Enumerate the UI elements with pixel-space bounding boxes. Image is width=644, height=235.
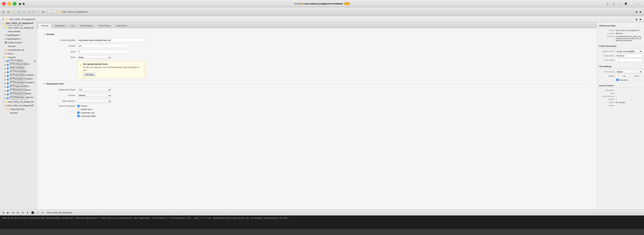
view-toggle-1[interactable]: ☰ [605,2,610,6]
sidebar-item-rctlinking[interactable]: ▶ 🔷 RCTLinking.xcodeproj 1 target, iOS S… [0,63,37,67]
sidebar-item-rctgeo[interactable]: ▶ 🔷 RCTGeolocation.xcodeproj 1 target, i… [0,82,37,85]
sidebar-item-rctimage[interactable]: ▶ 🔷 RCTImage.xcodeproj 1 target, iOS SDK… [0,85,37,89]
toolbar-btn-4[interactable]: 🔍 [16,10,21,14]
devices-select[interactable]: iPhone iPad Universal [77,94,111,97]
toolbar-btn-2[interactable]: ⊕ [6,10,10,14]
tab-build-settings[interactable]: Build Settings [78,23,96,28]
main-interface-select[interactable] [77,99,111,103]
view-toggle-6[interactable]: ▭ [636,2,641,6]
identity-triangle[interactable]: ▼ [44,33,46,35]
view-toggle-2[interactable]: ⊞ [612,2,616,6]
tab-bar: General Capabilities Info Build Settings… [37,22,597,28]
sidebar-item-rctvibration[interactable]: ▶ 🔷 RCTVibration.xcodeproj 1 target, iOS… [0,93,37,96]
nav-forward[interactable]: › [52,10,56,14]
sidebar-item-tests-info-plist[interactable]: 📄 Info.plist [0,111,37,115]
sidebar-item-tests[interactable]: ▼ 📁 react_native_art_playgroundTests [0,100,37,104]
sidebar-label-supporting: Supporting Files [10,108,36,110]
bottom-step-in-btn[interactable]: ⬇ [21,211,25,214]
right-org-input[interactable] [616,54,642,57]
sidebar-item-main-m[interactable]: m main.m [0,52,37,56]
close-button[interactable] [2,2,6,6]
jump-bar-right[interactable]: ▶ [639,17,643,21]
bottom-filter-btn[interactable]: ⊙ [40,211,44,214]
minimize-button[interactable] [8,2,11,6]
jump-bar-left[interactable]: ◀ [634,17,638,21]
bottom-share-btn[interactable]: ↗ [36,211,40,214]
version-input[interactable] [77,44,128,48]
team-select[interactable]: None [77,56,111,59]
sidebar-item-rctnetwork[interactable]: ▶ 🔷 RCTNetwork.xcodeproj 1 target, iOS S… [0,89,37,93]
tab-general[interactable]: General [38,23,51,28]
right-branch-value: -- [616,95,617,97]
sidebar-root[interactable]: ▼ 📁 react_native_art_playground 2 target… [0,22,37,26]
nav-back[interactable]: ‹ [48,10,52,14]
fix-issue-button[interactable]: Fix Issue [83,73,96,76]
toolbar-btn-5[interactable]: ⬡ [27,10,31,14]
sidebar-item-rctaction[interactable]: ▶ 🔷 RCTActionSheet.xcodeproj 1 target, i… [0,74,37,78]
toolbar-btn-8[interactable]: ⊞ [41,10,45,14]
toolbar-btn-7[interactable]: ⌃ [36,10,40,14]
right-projformat-label: Project Format [599,50,614,52]
view-toggle-5[interactable]: ⬜ [630,2,635,6]
sidebar-item-info-plist[interactable]: 📄 Info.plist [0,45,37,48]
bottom-pause-btn[interactable]: ⏸ [11,211,15,214]
bottom-step-out-btn[interactable]: ⬆ [26,211,30,214]
sidebar-item-main-jsbundle[interactable]: 📄 main.jsbundle [0,30,37,33]
sidebar-item-art[interactable]: ▶ 🔷 ART.xcodeproj 1 target, iOS SDK 8.1 … [0,59,37,63]
bottom-folder-btn[interactable]: ☰ [1,211,6,214]
portrait-checkbox[interactable] [77,105,80,107]
sidebar-toggle[interactable]: ☰ [1,17,5,21]
toolbar-run-btn[interactable]: ▶ [19,2,22,6]
bottom-nav-btn[interactable]: ⬛ [30,211,35,214]
sidebar-item-appdelegate-h[interactable]: h AppDelegate.h [0,33,37,37]
view-toggle-4[interactable]: ⬛ [623,2,628,6]
toolbar-btn-3[interactable]: ⚡ [11,10,16,14]
right-indent-width[interactable] [627,74,633,78]
tab-info[interactable]: Info [68,23,77,28]
sidebar-item-launchscreen[interactable]: 📐 LaunchScreen.xib [0,48,37,52]
toolbar-nav-left[interactable]: ◀ [634,10,638,14]
right-prefix-input[interactable] [616,58,642,62]
sidebar-item-rcttext[interactable]: ▶ 🔷 RCTText.xcodeproj 1 target, iOS SDK … [0,70,37,74]
sidebar-item-rctad[interactable]: ▶ 🔷 RCTAdSupport.xcodeproj 1 target, iOS… [0,78,37,82]
landscape-right-checkbox[interactable] [77,115,80,117]
toolbar-stop-btn[interactable]: ■ [23,2,25,6]
toolbar-btn-1[interactable]: ☰ [1,10,6,14]
warning-badge[interactable]: ⚠ 5 [344,2,350,5]
build-input[interactable] [77,50,128,54]
landscape-left-checkbox[interactable] [77,112,80,114]
deployment-triangle[interactable]: ▼ [44,83,46,85]
upside-down-checkbox[interactable] [77,108,80,110]
sidebar-item-supporting-files[interactable]: ▼ 📁 Supporting Files [0,107,37,111]
breadcrumb-file[interactable]: 📄 [37,18,40,20]
tab-capabilities[interactable]: Capabilities [52,23,68,28]
toolbar-btn-warnings[interactable]: ⚠ [22,10,26,14]
right-tab-width[interactable] [616,74,622,78]
sidebar-item-libraries[interactable]: ▼ 📁 Libraries [0,56,37,59]
sidebar-item-images[interactable]: 🖼 Images.xcassets [0,41,37,45]
view-toggle-3[interactable]: ✎ [617,2,622,6]
tab-build-rules[interactable]: Build Rules [114,23,130,28]
toolbar-nav-right[interactable]: ▶ [639,10,643,14]
wrap-lines-checkbox[interactable] [616,79,618,81]
bundle-id-input[interactable] [77,38,144,42]
sidebar-item-tests-m[interactable]: m react_native_art_playgroundTests.m [0,104,37,107]
sidebar-item-rctwsocket[interactable]: ▶ 🔷 RCTWebSocket...gger.xcodeproj 1 targ… [0,96,37,100]
toolbar-right: ☰ ⊞ ✎ ⬛ ⬜ ▭ [605,2,641,6]
right-name-row: Name react_native_art_playground [597,29,644,32]
right-indent-select[interactable]: Spaces Tabs [616,70,642,73]
right-name-label: Name [599,29,614,31]
sidebar-item-react[interactable]: ▶ 🔷 React.xcodeproj 1 target, iOS SDK 8.… [0,67,37,70]
bottom-step-btn[interactable]: ⏭ [16,211,20,214]
bottom-run-btn[interactable]: ▶ [6,211,10,214]
toolbar-btn-6[interactable]: ☐ [32,10,36,14]
deployment-target-select[interactable]: 7.0 8.0 8.1 [77,88,111,92]
maximize-button[interactable] [13,2,16,6]
breadcrumb-project[interactable]: react_native_art_playground [9,18,35,20]
sidebar-item-main-folder[interactable]: ▼ 📁 react_native_art_playground [0,26,37,30]
content-area: General Capabilities Info Build Settings… [37,22,597,209]
right-projformat-select[interactable]: Xcode 3.2-compatible [616,50,642,53]
log-area[interactable]: 2015-05-03 20:44:46.322 [info][tid:com.f… [0,215,644,229]
sidebar-item-appdelegate-m[interactable]: m AppDelegate.m [0,37,37,41]
tab-build-phases[interactable]: Build Phases [96,23,113,28]
